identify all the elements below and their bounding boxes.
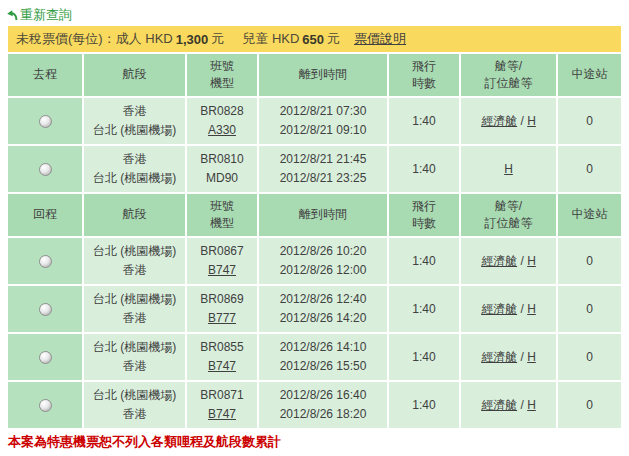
segment-to: 台北 (桃園機場) (84, 121, 185, 140)
stops-cell: 0 (558, 238, 621, 284)
segment-cell: 香港台北 (桃園機場) (84, 98, 185, 144)
cabin-class-link[interactable]: 經濟艙 (481, 254, 517, 268)
flight-cell: BR0855B747 (187, 334, 257, 380)
header-return: 回程 (8, 194, 82, 236)
flight-number: BR0828 (187, 102, 257, 121)
aircraft-link[interactable]: B747 (208, 407, 236, 421)
segment-cell: 台北 (桃園機場)香港 (84, 334, 185, 380)
child-fare-amount: 650 (302, 32, 324, 47)
aircraft-link[interactable]: B777 (208, 311, 236, 325)
flight-number: BR0867 (187, 242, 257, 261)
adult-fare-unit: 元 (211, 30, 224, 48)
segment-from: 香港 (84, 150, 185, 169)
select-cell (8, 286, 82, 332)
return-flight-radio[interactable] (39, 351, 52, 364)
arrival-time: 2012/8/21 09:10 (259, 121, 387, 140)
cabin-separator: / (517, 114, 527, 128)
aircraft-text: MD90 (206, 171, 238, 185)
outbound-flight-radio[interactable] (39, 163, 52, 176)
cabin-class-link[interactable]: 經濟艙 (481, 398, 517, 412)
cabin-separator: / (517, 254, 527, 268)
table-row-return-2: 台北 (桃園機場)香港 BR0869B777 2012/8/26 12:4020… (8, 286, 621, 332)
header-segment: 航段 (84, 54, 185, 96)
cabin-cell: 經濟艙 / H (461, 98, 556, 144)
segment-cell: 台北 (桃園機場)香港 (84, 286, 185, 332)
header-cabin: 艙等/訂位艙等 (461, 54, 556, 96)
return-flight-radio[interactable] (39, 303, 52, 316)
departure-time: 2012/8/26 16:40 (259, 386, 387, 405)
times-cell: 2012/8/21 21:452012/8/21 23:25 (259, 146, 387, 192)
flight-cell: BR0828A330 (187, 98, 257, 144)
requery-button[interactable]: 重新查詢 (6, 6, 96, 24)
cabin-class-link[interactable]: 經濟艙 (481, 302, 517, 316)
header-times: 離到時間 (259, 194, 387, 236)
booking-class-link[interactable]: H (527, 302, 536, 316)
table-row-outbound-1: 香港台北 (桃園機場) BR0828A330 2012/8/21 07:3020… (8, 98, 621, 144)
duration-cell: 1:40 (389, 334, 459, 380)
return-flight-radio[interactable] (39, 399, 52, 412)
requery-label: 重新查詢 (20, 6, 72, 24)
times-cell: 2012/8/21 07:302012/8/21 09:10 (259, 98, 387, 144)
header-duration: 飛行時數 (389, 54, 459, 96)
cabin-cell: 經濟艙 / H (461, 334, 556, 380)
return-flight-radio[interactable] (39, 255, 52, 268)
flight-number: BR0871 (187, 386, 257, 405)
stops-cell: 0 (558, 286, 621, 332)
times-cell: 2012/8/26 16:402012/8/26 18:20 (259, 382, 387, 428)
arrival-time: 2012/8/26 15:50 (259, 357, 387, 376)
segment-cell: 香港台北 (桃園機場) (84, 146, 185, 192)
cabin-separator: / (517, 350, 527, 364)
booking-class-link[interactable]: H (527, 254, 536, 268)
segment-from: 香港 (84, 102, 185, 121)
departure-time: 2012/8/21 07:30 (259, 102, 387, 121)
header-flight: 班號機型 (187, 54, 257, 96)
header-duration: 飛行時數 (389, 194, 459, 236)
arrival-time: 2012/8/26 18:20 (259, 405, 387, 424)
refresh-arrow-icon (6, 9, 18, 22)
cabin-cell: H (461, 146, 556, 192)
duration-cell: 1:40 (389, 98, 459, 144)
segment-from: 台北 (桃園機場) (84, 386, 185, 405)
cabin-separator: / (517, 398, 527, 412)
segment-to: 香港 (84, 261, 185, 280)
times-cell: 2012/8/26 12:402012/8/26 14:20 (259, 286, 387, 332)
cabin-class-link[interactable]: 經濟艙 (481, 350, 517, 364)
stops-cell: 0 (558, 98, 621, 144)
child-fare-label: 兒童 HKD (242, 30, 299, 48)
arrival-time: 2012/8/26 12:00 (259, 261, 387, 280)
flight-cell: BR0867B747 (187, 238, 257, 284)
flight-cell: BR0810MD90 (187, 146, 257, 192)
outbound-header-row: 去程 航段 班號機型 離到時間 飛行時數 艙等/訂位艙等 中途站 (8, 54, 621, 96)
aircraft-link[interactable]: B747 (208, 359, 236, 373)
flight-number: BR0810 (187, 150, 257, 169)
booking-class-link[interactable]: H (527, 398, 536, 412)
cabin-class-link[interactable]: 經濟艙 (481, 114, 517, 128)
segment-to: 香港 (84, 357, 185, 376)
segment-from: 台北 (桃園機場) (84, 242, 185, 261)
stops-cell: 0 (558, 382, 621, 428)
header-outbound: 去程 (8, 54, 82, 96)
table-row-return-1: 台北 (桃園機場)香港 BR0867B747 2012/8/26 10:2020… (8, 238, 621, 284)
booking-class-link[interactable]: H (527, 350, 536, 364)
segment-cell: 台北 (桃園機場)香港 (84, 238, 185, 284)
select-cell (8, 146, 82, 192)
times-cell: 2012/8/26 14:102012/8/26 15:50 (259, 334, 387, 380)
special-fare-footnote: 本案為特惠機票恕不列入各類哩程及航段數累計 (8, 433, 629, 451)
flight-cell: BR0869B777 (187, 286, 257, 332)
fare-rules-link[interactable]: 票價說明 (354, 30, 406, 48)
return-header-row: 回程 航段 班號機型 離到時間 飛行時數 艙等/訂位艙等 中途站 (8, 194, 621, 236)
outbound-flight-radio[interactable] (39, 115, 52, 128)
booking-class-link[interactable]: H (527, 114, 536, 128)
fare-prefix: 未稅票價(每位)： (16, 30, 116, 48)
header-times: 離到時間 (259, 54, 387, 96)
aircraft-link[interactable]: A330 (208, 123, 236, 137)
fare-info-bar: 未稅票價(每位)：成人 HKD1,300元兒童 HKD650元票價說明 (8, 26, 621, 52)
booking-class-link[interactable]: H (504, 162, 513, 176)
header-stops: 中途站 (558, 194, 621, 236)
cabin-cell: 經濟艙 / H (461, 286, 556, 332)
aircraft-link[interactable]: B747 (208, 263, 236, 277)
cabin-cell: 經濟艙 / H (461, 238, 556, 284)
table-row-return-4: 台北 (桃園機場)香港 BR0871B747 2012/8/26 16:4020… (8, 382, 621, 428)
select-cell (8, 238, 82, 284)
child-fare-unit: 元 (327, 30, 340, 48)
